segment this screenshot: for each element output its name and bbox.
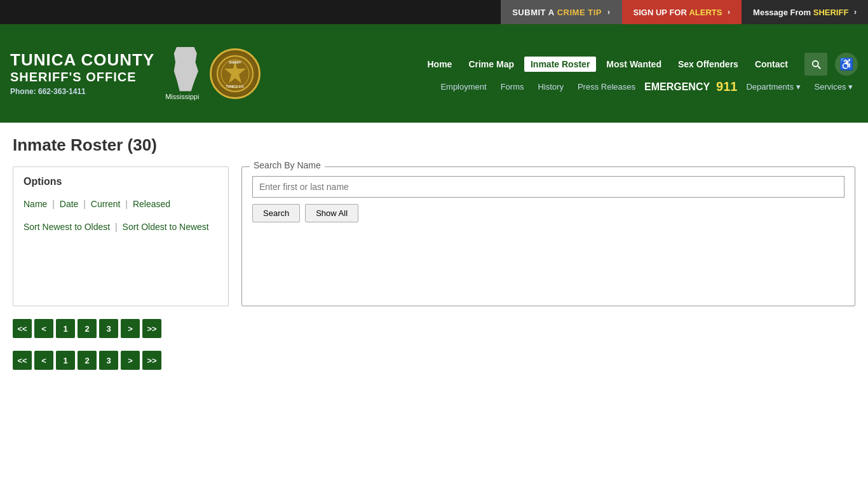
badge-svg: TUNICA CO. SHERIFF (216, 55, 254, 93)
svg-text:SHERIFF: SHERIFF (229, 61, 242, 64)
pagination-bottom: << < 1 2 3 > >> (13, 351, 855, 370)
page-3-top[interactable]: 3 (99, 319, 118, 338)
nav-crime-map[interactable]: Crime Map (462, 57, 520, 72)
nav-most-wanted[interactable]: Most Wanted (600, 57, 668, 72)
nav-inmate-roster[interactable]: Inmate Roster (524, 57, 596, 72)
sort-released-link[interactable]: Released (133, 199, 170, 209)
nav-employment[interactable]: Employment (435, 81, 491, 93)
svg-text:TUNICA CO.: TUNICA CO. (226, 85, 245, 88)
nav-top-row: Home Crime Map Inmate Roster Most Wanted… (421, 53, 858, 76)
nav-home[interactable]: Home (421, 57, 459, 72)
sort-options-row1: Name | Date | Current | Released (24, 195, 218, 213)
sort-newest-link[interactable]: Sort Newest to Oldest (24, 222, 110, 232)
logo-section: TUNICA COUNTY SHERIFF'S OFFICE Phone: 66… (10, 47, 261, 100)
page-3-bottom[interactable]: 3 (99, 351, 118, 370)
emergency-number: 911 (716, 79, 737, 94)
show-all-button[interactable]: Show All (305, 204, 358, 222)
sheriffs-office-label: SHERIFF'S OFFICE (10, 69, 154, 85)
separator-2: | (83, 199, 86, 209)
sort-name-link[interactable]: Name (24, 199, 47, 209)
sort-options-row2: Sort Newest to Oldest | Sort Oldest to N… (24, 218, 218, 236)
options-box: Options Name | Date | Current | Released… (13, 166, 229, 306)
phone-info: Phone: 662-363-1411 (10, 87, 154, 96)
search-by-name-box: Search By Name Search Show All (241, 166, 855, 306)
accessibility-button[interactable]: ♿ (835, 53, 858, 76)
main-content: Inmate Roster (30) Options Name | Date |… (0, 123, 868, 383)
phone-label: Phone: (10, 87, 36, 96)
page-last-top[interactable]: >> (142, 319, 161, 338)
navigation: Home Crime Map Inmate Roster Most Wanted… (261, 53, 858, 94)
message-label: Message From (753, 8, 811, 17)
crime-tip-highlight: CRIME TIP (557, 8, 602, 17)
message-link[interactable]: Message From SHERIFF › (742, 0, 868, 24)
message-arrow: › (854, 8, 857, 17)
crime-tip-link[interactable]: SUBMIT A CRIME TIP › (501, 0, 621, 24)
accessibility-icon: ♿ (839, 57, 853, 71)
page-prev-bottom[interactable]: < (34, 351, 53, 370)
nav-bottom-row: Employment Forms History Press Releases … (435, 79, 858, 94)
search-legend: Search By Name (250, 160, 325, 170)
crime-tip-label: SUBMIT A (512, 8, 554, 17)
alerts-link[interactable]: SIGN UP FOR ALERTS › (622, 0, 742, 24)
page-next-bottom[interactable]: > (121, 351, 140, 370)
nav-sex-offenders[interactable]: Sex Offenders (672, 57, 745, 72)
emergency-label: EMERGENCY (644, 81, 710, 93)
page-last-bottom[interactable]: >> (142, 351, 161, 370)
page-1-top[interactable]: 1 (56, 319, 75, 338)
alerts-highlight: ALERTS (689, 8, 722, 17)
page-title: Inmate Roster (30) (13, 135, 855, 155)
nav-history[interactable]: History (532, 81, 568, 93)
county-name: TUNICA COUNTY (10, 51, 154, 69)
separator-1: | (52, 199, 55, 209)
page-1-bottom[interactable]: 1 (56, 351, 75, 370)
nav-departments[interactable]: Departments ▾ (741, 81, 805, 93)
content-row: Options Name | Date | Current | Released… (13, 166, 855, 306)
search-icon (810, 58, 822, 70)
search-button[interactable]: Search (252, 204, 300, 222)
alerts-arrow: › (728, 8, 730, 17)
page-prev-top[interactable]: < (34, 319, 53, 338)
sort-oldest-link[interactable]: Sort Oldest to Newest (123, 222, 209, 232)
nav-services[interactable]: Services ▾ (810, 81, 858, 93)
mississippi-shape (171, 47, 200, 92)
top-bar: SUBMIT A CRIME TIP › SIGN UP FOR ALERTS … (0, 0, 868, 24)
phone-number: 662-363-1411 (38, 87, 86, 96)
search-button-row: Search Show All (252, 204, 844, 222)
site-header: TUNICA COUNTY SHERIFF'S OFFICE Phone: 66… (0, 24, 868, 123)
nav-press-releases[interactable]: Press Releases (573, 81, 641, 93)
sort-current-link[interactable]: Current (91, 199, 121, 209)
nav-forms[interactable]: Forms (496, 81, 529, 93)
name-search-input[interactable] (252, 176, 844, 198)
page-2-bottom[interactable]: 2 (78, 351, 97, 370)
options-title: Options (24, 176, 218, 187)
alerts-label: SIGN UP FOR (634, 8, 687, 17)
site-title: TUNICA COUNTY SHERIFF'S OFFICE Phone: 66… (10, 51, 154, 96)
separator-3: | (125, 199, 128, 209)
state-shape-container: Mississippi (165, 47, 200, 100)
separator-4: | (115, 222, 118, 232)
message-highlight: SHERIFF (813, 8, 849, 17)
sheriff-badge: TUNICA CO. SHERIFF (210, 48, 261, 99)
crime-tip-arrow: › (607, 8, 611, 17)
nav-contact[interactable]: Contact (749, 57, 794, 72)
page-next-top[interactable]: > (121, 319, 140, 338)
state-label: Mississippi (165, 93, 199, 100)
sort-date-link[interactable]: Date (60, 199, 79, 209)
page-first-bottom[interactable]: << (13, 351, 32, 370)
page-first-top[interactable]: << (13, 319, 32, 338)
page-2-top[interactable]: 2 (78, 319, 97, 338)
header-search-button[interactable] (804, 53, 827, 76)
pagination-top: << < 1 2 3 > >> (13, 319, 855, 338)
